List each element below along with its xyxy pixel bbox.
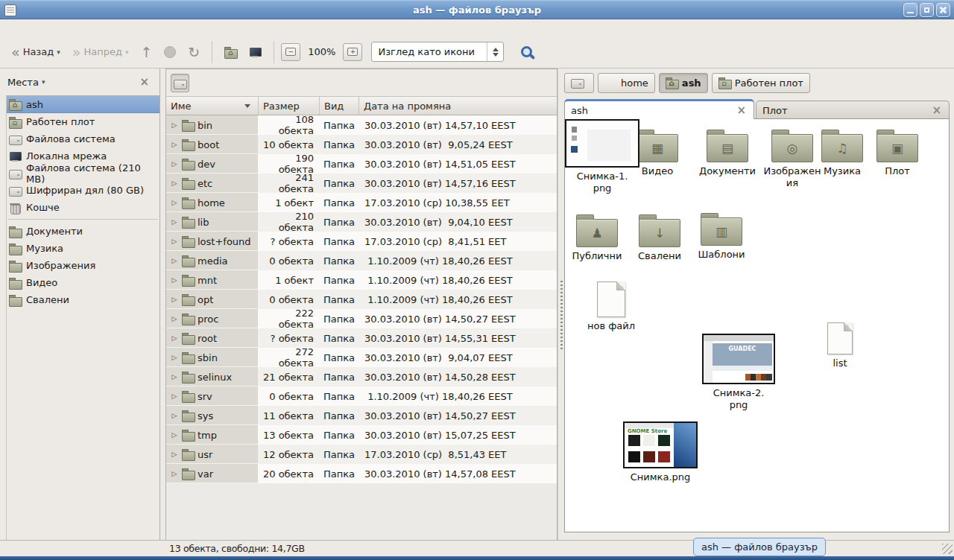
- sidebar-item[interactable]: Документи: [7, 223, 159, 240]
- sidebar-item[interactable]: ▫ Работен плот: [7, 113, 159, 130]
- forward-button[interactable]: » Напред ▾: [67, 42, 134, 62]
- pane-splitter[interactable]: [160, 69, 165, 540]
- menu-item[interactable]: [33, 26, 48, 29]
- tab[interactable]: Плот ×: [756, 101, 950, 119]
- table-row[interactable]: ▷ tmp 13 обекта Папка 30.03.2010 (вт) 15…: [166, 425, 557, 445]
- menu-item[interactable]: [18, 26, 33, 29]
- expander-icon[interactable]: ▷: [170, 334, 179, 342]
- sidebar-item[interactable]: [7, 216, 159, 223]
- table-row[interactable]: ▷ sbin 272 обекта Папка 30.03.2010 (вт) …: [166, 348, 557, 367]
- expander-icon[interactable]: ▷: [170, 296, 179, 303]
- table-row[interactable]: ▷ var 20 обекта Папка 30.03.2010 (вт) 14…: [166, 464, 557, 483]
- file-item[interactable]: нов файл: [574, 281, 648, 332]
- expander-icon[interactable]: ▷: [170, 276, 179, 284]
- file-item[interactable]: Снимка-2. png: [709, 334, 768, 411]
- computer-button[interactable]: [244, 42, 267, 62]
- menu-item[interactable]: [78, 26, 92, 29]
- expander-icon[interactable]: ▷: [170, 315, 179, 322]
- close-button[interactable]: [936, 3, 950, 17]
- expander-icon[interactable]: ▷: [170, 451, 179, 458]
- table-row[interactable]: ▷ selinux 21 обекта Папка 30.03.2010 (вт…: [166, 367, 557, 386]
- menu-item[interactable]: [63, 26, 78, 29]
- tab-close-icon[interactable]: ×: [930, 104, 943, 117]
- expander-icon[interactable]: ▷: [170, 392, 179, 400]
- path-button[interactable]: home: [598, 73, 655, 93]
- table-row[interactable]: ▷ lost+found ? обекта Папка 17.03.2010 (…: [166, 232, 557, 251]
- maximize-button[interactable]: [920, 3, 934, 17]
- up-button[interactable]: ↑: [135, 42, 157, 62]
- sidebar-item[interactable]: Изображения: [7, 257, 159, 274]
- tab-close-icon[interactable]: ×: [735, 104, 748, 117]
- table-row[interactable]: ▷ root ? обекта Папка 30.03.2010 (вт) 14…: [166, 328, 557, 348]
- file-item[interactable]: list: [800, 322, 879, 369]
- back-button[interactable]: « Назад ▾: [6, 42, 66, 62]
- expander-icon[interactable]: ▷: [170, 199, 179, 206]
- pane-splitter[interactable]: [557, 69, 564, 540]
- zoom-in-button[interactable]: +: [343, 43, 362, 61]
- table-row[interactable]: ▷ srv 0 обекта Папка 1.10.2009 (чт) 18,4…: [166, 386, 557, 406]
- table-row[interactable]: ▷ sys 11 обекта Папка 30.03.2010 (вт) 14…: [166, 406, 557, 425]
- home-button[interactable]: ⌂: [219, 42, 242, 62]
- sidebar-item[interactable]: ⌂ ash: [7, 96, 159, 113]
- zoom-out-button[interactable]: −: [281, 43, 300, 61]
- root-filesystem-button[interactable]: [171, 74, 189, 92]
- table-row[interactable]: ▷ etc 241 обекта Папка 30.03.2010 (вт) 1…: [166, 174, 557, 193]
- file-item[interactable]: ▤ Документи: [693, 128, 762, 177]
- table-row[interactable]: ▷ mnt 1 обект Папка 1.10.2009 (чт) 18,40…: [166, 270, 557, 290]
- sidebar-item[interactable]: Шифриран дял (80 GB): [7, 182, 159, 199]
- file-item[interactable]: ▣ Плот: [868, 128, 927, 177]
- table-row[interactable]: ▷ media 0 обекта Папка 1.10.2009 (чт) 18…: [166, 251, 557, 270]
- table-row[interactable]: ▷ proc 222 обекта Папка 30.03.2010 (вт) …: [166, 309, 557, 328]
- sidebar-item[interactable]: Музика: [7, 240, 159, 257]
- file-item[interactable]: ↓ Свалени: [630, 213, 689, 262]
- expander-icon[interactable]: ▷: [170, 431, 179, 439]
- file-item[interactable]: ♫ Музика: [815, 128, 869, 177]
- sidebar-item[interactable]: Свалени: [7, 291, 159, 308]
- menu-item[interactable]: [3, 26, 18, 29]
- file-item[interactable]: ◎ Изображен ия: [763, 128, 821, 189]
- table-row[interactable]: ▷ home 1 обект Папка 17.03.2010 (ср) 10,…: [166, 193, 557, 212]
- sidebar-mode-select[interactable]: Места ▾: [7, 77, 136, 88]
- expander-icon[interactable]: ▷: [170, 373, 179, 381]
- expander-icon[interactable]: ▷: [170, 141, 179, 148]
- expander-icon[interactable]: ▷: [170, 218, 179, 226]
- stop-button[interactable]: [159, 42, 181, 62]
- table-row[interactable]: ▷ dev 190 обекта Папка 30.03.2010 (вт) 1…: [166, 154, 557, 174]
- tab[interactable]: ash ×: [564, 99, 754, 119]
- menu-item[interactable]: [48, 26, 63, 29]
- expander-icon[interactable]: ▷: [170, 354, 179, 361]
- sidebar-item[interactable]: Кошче: [7, 199, 159, 216]
- minimize-button[interactable]: [903, 3, 917, 17]
- sidebar-item[interactable]: Видео: [7, 274, 159, 291]
- expander-icon[interactable]: ▷: [170, 412, 179, 419]
- search-button[interactable]: [514, 40, 538, 64]
- path-button[interactable]: ⌂ ash: [659, 73, 708, 93]
- table-row[interactable]: ▷ bin 108 обекта Папка 30.03.2010 (вт) 1…: [166, 115, 557, 135]
- resize-grip-icon[interactable]: [942, 544, 953, 554]
- expander-icon[interactable]: ▷: [170, 257, 179, 264]
- table-row[interactable]: ▷ boot 10 обекта Папка 30.03.2010 (вт) 9…: [166, 135, 557, 154]
- file-item[interactable]: ♟ Публични: [569, 213, 625, 262]
- expander-icon[interactable]: ▷: [170, 160, 179, 168]
- file-item[interactable]: Снимка-1. png: [565, 119, 639, 194]
- expander-icon[interactable]: ▷: [170, 470, 179, 477]
- path-button[interactable]: [564, 73, 594, 93]
- icon-view[interactable]: ▦ Видео ▤ Документи ◎: [564, 118, 950, 532]
- back-dropdown-icon[interactable]: ▾: [57, 48, 60, 56]
- table-row[interactable]: ▷ usr 12 обекта Папка 17.03.2010 (ср) 8,…: [166, 445, 557, 464]
- view-mode-select[interactable]: Изглед като икони: [371, 42, 504, 62]
- table-row[interactable]: ▷ lib 210 обекта Папка 30.03.2010 (вт) 9…: [166, 212, 557, 232]
- combo-spinner-icon[interactable]: [487, 42, 503, 61]
- sidebar-item[interactable]: Файлова система (210 MB): [7, 165, 159, 182]
- expander-icon[interactable]: ▷: [170, 121, 179, 129]
- column-header-date[interactable]: Дата на промяна: [358, 97, 557, 115]
- file-item[interactable]: ▥ Шаблони: [692, 211, 751, 261]
- reload-button[interactable]: ↻: [183, 42, 205, 62]
- file-item[interactable]: Снимка.png: [623, 421, 698, 483]
- column-header-name[interactable]: Име: [166, 97, 258, 115]
- taskbar-window-button[interactable]: ash — файлов браузър: [693, 538, 826, 556]
- expander-icon[interactable]: ▷: [170, 179, 179, 187]
- path-button[interactable]: ▫ Работен плот: [712, 73, 810, 93]
- sidebar-close-button[interactable]: ×: [136, 75, 152, 89]
- sidebar-item[interactable]: Файлова система: [7, 130, 159, 147]
